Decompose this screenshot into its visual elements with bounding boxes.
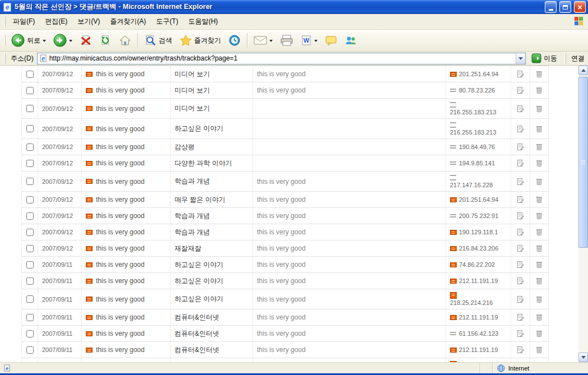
close-button[interactable]: ×: [574, 1, 586, 13]
row-excerpt: this is very good: [253, 192, 446, 207]
row-checkbox[interactable]: [26, 160, 34, 167]
toolbar-grip[interactable]: [4, 35, 6, 45]
row-checkbox[interactable]: [26, 245, 34, 252]
print-button[interactable]: [277, 33, 297, 48]
delete-icon[interactable]: [536, 261, 543, 268]
maximize-button[interactable]: [559, 1, 571, 13]
delete-icon[interactable]: [536, 244, 543, 252]
ie-app-icon[interactable]: e: [3, 3, 12, 12]
row-checkbox[interactable]: [26, 196, 34, 203]
delete-icon[interactable]: [536, 277, 543, 285]
delete-icon[interactable]: [536, 159, 543, 167]
row-checkbox[interactable]: [26, 346, 34, 354]
edit-icon[interactable]: [517, 196, 524, 203]
delete-icon[interactable]: [536, 70, 543, 78]
delete-icon[interactable]: [536, 105, 543, 113]
delete-icon[interactable]: [536, 346, 543, 354]
edit-icon[interactable]: [517, 212, 524, 220]
links-grip[interactable]: [564, 53, 566, 63]
window-title: 5월의 작은 선인장 > 댓글/트랙백 - Microsoft Internet…: [15, 2, 542, 12]
edit-icon[interactable]: [517, 125, 524, 133]
delete-icon[interactable]: [536, 178, 543, 186]
edit-icon[interactable]: [517, 261, 524, 268]
back-button[interactable]: 뒤로: [8, 32, 49, 49]
search-button[interactable]: 검색: [141, 33, 176, 48]
scroll-thumb[interactable]: [578, 77, 588, 248]
row-checkbox[interactable]: [26, 295, 34, 303]
address-url[interactable]: http://may.minicactus.com/owner/entry/tr…: [49, 54, 513, 62]
edit-icon[interactable]: [517, 277, 524, 285]
delete-icon[interactable]: [536, 330, 543, 337]
mail-dropdown-arrow[interactable]: [269, 40, 273, 44]
row-title: this is very good: [96, 244, 145, 252]
delete-icon[interactable]: [536, 86, 543, 94]
row-checkbox[interactable]: [26, 125, 34, 132]
edit-icon[interactable]: [517, 244, 524, 252]
back-dropdown-arrow[interactable]: [43, 40, 46, 44]
row-checkbox[interactable]: [26, 314, 34, 321]
row-checkbox[interactable]: [26, 330, 34, 337]
refresh-button[interactable]: [96, 33, 115, 48]
scroll-down-button[interactable]: [578, 353, 588, 362]
forward-dropdown-arrow[interactable]: [69, 40, 72, 44]
row-checkbox[interactable]: [26, 277, 34, 285]
menu-view[interactable]: 보기(V): [73, 15, 104, 28]
links-label[interactable]: 연결: [571, 54, 585, 63]
row-checkbox[interactable]: [26, 143, 34, 151]
row-checkbox[interactable]: [26, 261, 34, 268]
delete-icon[interactable]: [536, 125, 543, 133]
address-field[interactable]: e http://may.minicactus.com/owner/entry/…: [37, 53, 526, 64]
stop-button[interactable]: [76, 33, 95, 48]
history-button[interactable]: [225, 33, 244, 48]
delete-icon[interactable]: [536, 196, 543, 203]
address-grip[interactable]: [4, 53, 6, 63]
row-ip-cell: 201.251.64.94: [446, 192, 511, 207]
scroll-up-button[interactable]: [578, 66, 588, 75]
edit-dropdown-arrow[interactable]: [314, 40, 318, 44]
row-checkbox[interactable]: [26, 105, 34, 112]
row-ip: 217.147.16.228: [450, 182, 493, 188]
menu-edit[interactable]: 편집(E): [40, 15, 72, 28]
edit-icon[interactable]: [517, 159, 524, 167]
status-bar: e Internet: [0, 362, 588, 373]
vertical-scrollbar[interactable]: [578, 66, 588, 362]
delete-icon[interactable]: [536, 295, 543, 303]
edit-icon[interactable]: [517, 70, 524, 78]
edit-icon[interactable]: [517, 86, 524, 94]
delete-icon[interactable]: [536, 313, 543, 321]
ip-icon: [450, 214, 457, 218]
forward-button[interactable]: [50, 32, 76, 49]
delete-icon[interactable]: [536, 228, 543, 236]
home-button[interactable]: [116, 33, 135, 48]
row-category: 미디어 보기: [171, 82, 253, 98]
menu-grip[interactable]: [4, 17, 6, 27]
menu-favorites[interactable]: 즐겨찾기(A): [105, 15, 150, 28]
discuss-button[interactable]: [321, 33, 341, 48]
row-checkbox[interactable]: [26, 87, 34, 94]
menu-tools[interactable]: 도구(T): [151, 15, 182, 28]
row-checkbox[interactable]: [26, 212, 34, 220]
edit-with-word-button[interactable]: W: [297, 33, 321, 48]
messenger-button[interactable]: [341, 33, 360, 48]
row-checkbox[interactable]: [26, 178, 34, 185]
row-checkbox[interactable]: [26, 71, 34, 78]
edit-icon[interactable]: [517, 105, 524, 113]
menu-help[interactable]: 도움말(H): [184, 15, 223, 28]
scroll-trough[interactable]: [578, 75, 588, 353]
menu-file[interactable]: 파일(F): [8, 15, 39, 28]
delete-icon[interactable]: [536, 143, 543, 151]
minimize-button[interactable]: [545, 1, 557, 13]
address-dropdown-button[interactable]: [516, 53, 525, 64]
edit-icon[interactable]: [517, 313, 524, 321]
delete-icon[interactable]: [536, 212, 543, 220]
favorites-button[interactable]: 즐겨찾기: [176, 33, 224, 48]
edit-icon[interactable]: [517, 143, 524, 151]
edit-icon[interactable]: [517, 178, 524, 186]
edit-icon[interactable]: [517, 330, 524, 337]
row-checkbox[interactable]: [26, 229, 34, 236]
edit-icon[interactable]: [517, 346, 524, 354]
mail-button[interactable]: [250, 34, 276, 47]
edit-icon[interactable]: [517, 295, 524, 303]
edit-icon[interactable]: [517, 228, 524, 236]
go-button[interactable]: 이동: [529, 53, 559, 64]
